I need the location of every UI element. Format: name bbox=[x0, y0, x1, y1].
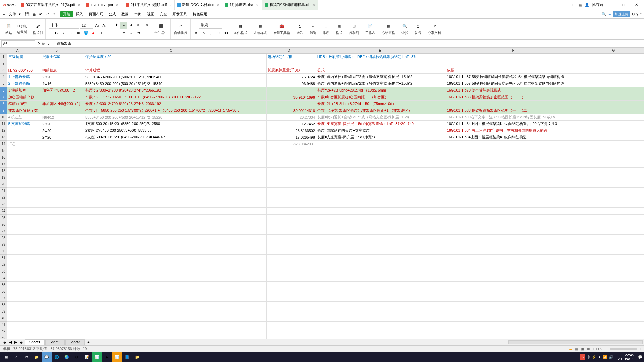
cell[interactable] bbox=[7, 241, 41, 248]
cloud-status-icon[interactable]: ☁ bbox=[569, 347, 572, 351]
row-header[interactable]: 27 bbox=[0, 228, 7, 235]
cell[interactable]: 5850+8450-200-200+(500-20+15*12)*2=15220 bbox=[84, 114, 267, 121]
indent-dec-icon[interactable]: ⇤ bbox=[135, 22, 142, 29]
cell[interactable] bbox=[578, 248, 644, 255]
cell[interactable] bbox=[578, 154, 644, 161]
cell[interactable] bbox=[7, 147, 41, 154]
menu-tab[interactable]: 开发工具 bbox=[170, 11, 190, 17]
sheet-nav-first-icon[interactable]: ⏮ bbox=[1, 340, 8, 344]
taskbar-app-5[interactable]: ⚙ bbox=[72, 352, 82, 362]
menu-tab[interactable]: 安全 bbox=[157, 11, 170, 17]
row-header[interactable]: 32 bbox=[0, 261, 7, 268]
cell[interactable]: 非加密区 Φ8@200（2） bbox=[41, 101, 84, 107]
cell[interactable]: 3 箍筋加密 bbox=[7, 87, 41, 94]
cell[interactable] bbox=[578, 147, 644, 154]
cell[interactable] bbox=[267, 235, 316, 241]
cell[interactable] bbox=[7, 221, 41, 228]
cell[interactable] bbox=[7, 215, 41, 221]
cell[interactable] bbox=[41, 235, 84, 241]
view-page-icon[interactable]: ▣ bbox=[581, 347, 584, 351]
cell[interactable]: 个数=加密区长度/加密区间距+1 （加密区） bbox=[316, 94, 446, 101]
cell[interactable] bbox=[84, 215, 267, 221]
row-header[interactable]: 43 bbox=[0, 335, 7, 339]
cell[interactable] bbox=[41, 322, 84, 328]
cell[interactable]: 长度=支座宽度-保护层+15d+净宽/3 bbox=[316, 134, 446, 141]
taskbar-app-6[interactable]: 📝 bbox=[82, 352, 92, 362]
cell[interactable] bbox=[446, 161, 578, 168]
cell[interactable] bbox=[267, 194, 316, 201]
cell[interactable] bbox=[84, 255, 267, 261]
cell[interactable]: 2Φ20 bbox=[41, 127, 84, 134]
document-tab[interactable]: 新建 DOC 文档.doc× bbox=[175, 0, 222, 10]
cell[interactable] bbox=[316, 335, 446, 339]
cell[interactable] bbox=[316, 215, 446, 221]
task-view-icon[interactable]: ⧉ bbox=[21, 352, 32, 362]
cell[interactable] bbox=[578, 335, 644, 339]
cell[interactable] bbox=[84, 328, 267, 335]
cell[interactable] bbox=[41, 215, 84, 221]
cell[interactable]: 12.7452 bbox=[267, 121, 316, 127]
cell[interactable] bbox=[84, 168, 267, 174]
font-size-select[interactable] bbox=[80, 22, 93, 29]
view-break-icon[interactable]: ⊞ bbox=[587, 347, 590, 351]
filter-button[interactable]: ▽筛选 bbox=[308, 22, 318, 36]
cell[interactable] bbox=[578, 308, 644, 315]
cell[interactable] bbox=[446, 302, 578, 308]
row-header[interactable]: 41 bbox=[0, 322, 7, 328]
cell[interactable]: N6Φ12 bbox=[41, 114, 84, 121]
cell[interactable] bbox=[84, 282, 267, 288]
row-header[interactable]: 15 bbox=[0, 147, 7, 154]
cell[interactable] bbox=[446, 168, 578, 174]
cell[interactable]: 长度=支座宽度-保护层+15d+净宽/3 直锚：LaE=37*20=740 bbox=[316, 121, 446, 127]
cell[interactable] bbox=[578, 288, 644, 295]
cell[interactable]: 96.9488 bbox=[267, 80, 316, 87]
user-avatar[interactable]: 👤 bbox=[585, 3, 589, 7]
cell[interactable]: 16G101-1 p57-58受拉钢筋锚固长度表格和p84 楼层框架梁纵向钢筋构… bbox=[446, 74, 578, 80]
cell[interactable] bbox=[7, 302, 41, 308]
taskbar-app-10[interactable]: 📘 bbox=[122, 352, 132, 362]
row-header[interactable]: 16 bbox=[0, 154, 7, 161]
cell[interactable] bbox=[578, 181, 644, 188]
taskbar-app-8[interactable]: ▶ bbox=[102, 352, 112, 362]
cell[interactable] bbox=[41, 288, 84, 295]
cell[interactable] bbox=[267, 302, 316, 308]
cell[interactable] bbox=[316, 235, 446, 241]
column-header[interactable]: B bbox=[35, 48, 78, 54]
cell[interactable] bbox=[267, 275, 316, 282]
zoom-slider[interactable] bbox=[610, 348, 637, 350]
collapse-icon[interactable]: ⌃ bbox=[640, 12, 643, 16]
cell[interactable] bbox=[446, 208, 578, 215]
tray-icon-3[interactable]: ▲ bbox=[598, 355, 601, 359]
cell[interactable]: 计算过程 bbox=[84, 67, 267, 74]
taskbar-app-9[interactable]: 📊 bbox=[112, 352, 122, 362]
cell[interactable] bbox=[7, 275, 41, 282]
cell[interactable] bbox=[41, 188, 84, 194]
cell[interactable] bbox=[446, 181, 578, 188]
cond-format-button[interactable]: ▦条件格式 bbox=[232, 22, 249, 36]
row-header[interactable]: 28 bbox=[0, 235, 7, 241]
row-header[interactable]: 25 bbox=[0, 215, 7, 221]
cell[interactable] bbox=[267, 315, 316, 322]
cell[interactable] bbox=[578, 315, 644, 322]
cell[interactable] bbox=[84, 188, 267, 194]
cell[interactable] bbox=[316, 261, 446, 268]
cell[interactable]: 长度=2H+2B-8bhc+8.274d+150 （75mm≥10d） bbox=[316, 101, 446, 107]
cell[interactable] bbox=[7, 335, 41, 339]
cell[interactable] bbox=[267, 168, 316, 174]
cell[interactable]: 3支座 500-20+15*20+(8450-200-250)/3=3446.6… bbox=[84, 134, 267, 141]
cell[interactable]: 加密区 Φ8@100（2） bbox=[41, 87, 84, 94]
row-header[interactable]: 8 bbox=[0, 101, 7, 107]
cell[interactable] bbox=[578, 275, 644, 282]
cell[interactable] bbox=[267, 60, 316, 67]
menu-file[interactable]: 文件 bbox=[6, 11, 19, 17]
row-col-button[interactable]: ⊞行和列 bbox=[347, 22, 360, 36]
cell[interactable]: 16G101-1 p88 框架梁箍筋加密区范围（一）（二） bbox=[446, 94, 578, 101]
undo-icon[interactable]: ↶ bbox=[44, 11, 51, 18]
start-button[interactable]: ⊞ bbox=[1, 352, 11, 362]
preview-icon[interactable]: 👁 bbox=[37, 11, 44, 18]
row-header[interactable]: 20 bbox=[0, 181, 7, 188]
cell[interactable] bbox=[41, 282, 84, 288]
cell[interactable] bbox=[578, 268, 644, 275]
cell[interactable]: 28.8166502 bbox=[267, 127, 316, 134]
cell[interactable]: 16G101-1 p90右下文字，注3：G锚固长度15d,N锚固长度LaE或La bbox=[446, 114, 578, 121]
